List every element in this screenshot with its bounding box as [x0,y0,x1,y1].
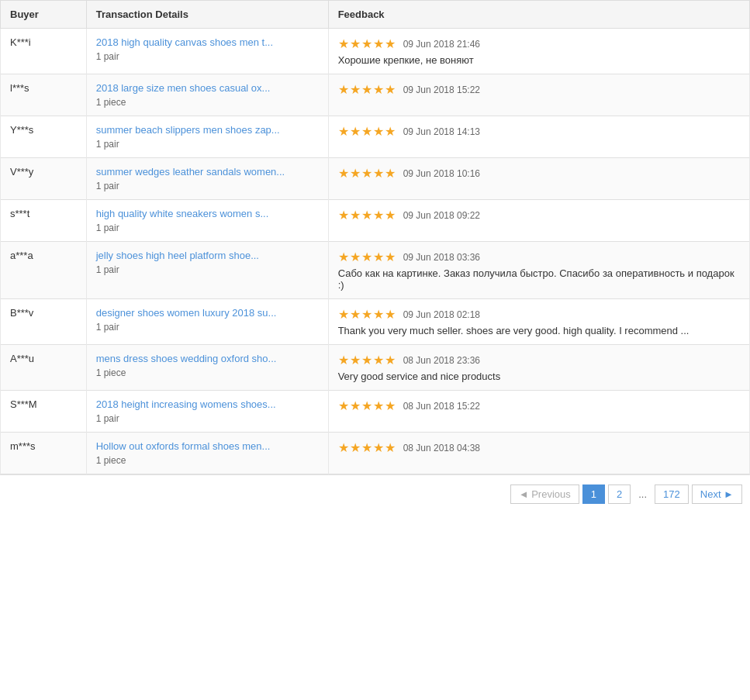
header-feedback: Feedback [328,1,749,29]
feedback-cell: ★★★★★09 Jun 2018 15:22 [328,74,749,116]
star-icon: ★ [361,36,372,51]
star-icon: ★ [373,82,384,97]
reviews-table-container: Buyer Transaction Details Feedback K***i… [0,0,750,513]
buyer-cell: l***s [1,74,87,116]
feedback-text: Сабо как на картинке. Заказ получила быс… [338,267,740,291]
table-row: m***sHollow out oxfords formal shoes men… [1,433,750,474]
table-row: A***umens dress shoes wedding oxford sho… [1,345,750,391]
quantity-label: 1 piece [96,97,319,108]
star-icon: ★ [338,166,349,181]
quantity-label: 1 pair [96,139,319,150]
buyer-cell: m***s [1,433,87,474]
star-icon: ★ [373,124,384,139]
feedback-cell: ★★★★★09 Jun 2018 02:18Thank you very muc… [328,299,749,345]
star-icon: ★ [350,398,361,413]
buyer-cell: A***u [1,345,87,391]
feedback-date: 09 Jun 2018 03:36 [403,252,480,263]
star-icon: ★ [361,208,372,222]
feedback-line: ★★★★★09 Jun 2018 03:36 [338,250,740,264]
star-icon: ★ [361,398,372,413]
feedback-cell: ★★★★★08 Jun 2018 04:38 [328,433,749,474]
table-row: l***s2018 large size men shoes casual ox… [1,74,750,116]
transaction-cell: jelly shoes high heel platform shoe...1 … [86,242,328,299]
feedback-date: 08 Jun 2018 15:22 [403,401,480,412]
feedback-date: 08 Jun 2018 23:36 [403,355,480,366]
transaction-link[interactable]: mens dress shoes wedding oxford sho... [96,353,277,364]
transaction-cell: high quality white sneakers women s...1 … [86,200,328,242]
reviews-table: Buyer Transaction Details Feedback K***i… [0,0,750,474]
quantity-label: 1 pair [96,181,319,191]
transaction-link[interactable]: 2018 high quality canvas shoes men t... [96,36,273,48]
star-icon: ★ [385,250,396,264]
transaction-cell: summer beach slippers men shoes zap...1 … [86,116,328,158]
star-icon: ★ [373,166,384,181]
star-icon: ★ [385,440,396,455]
feedback-line: ★★★★★09 Jun 2018 21:46 [338,36,740,51]
star-icon: ★ [361,440,372,455]
star-icon: ★ [385,36,396,51]
buyer-cell: Y***s [1,116,87,158]
star-rating: ★★★★★ [338,440,396,455]
star-icon: ★ [338,82,349,97]
transaction-link[interactable]: 2018 large size men shoes casual ox... [96,82,271,94]
star-rating: ★★★★★ [338,208,396,222]
previous-button[interactable]: ◄ Previous [510,484,579,504]
star-rating: ★★★★★ [338,353,396,367]
star-icon: ★ [373,208,384,222]
buyer-cell: S***M [1,391,87,433]
feedback-line: ★★★★★09 Jun 2018 10:16 [338,166,740,181]
feedback-line: ★★★★★09 Jun 2018 09:22 [338,208,740,222]
transaction-link[interactable]: summer beach slippers men shoes zap... [96,124,280,136]
star-icon: ★ [350,250,361,264]
transaction-link[interactable]: Hollow out oxfords formal shoes men... [96,440,271,452]
feedback-date: 09 Jun 2018 15:22 [403,84,480,95]
feedback-line: ★★★★★09 Jun 2018 15:22 [338,82,740,97]
feedback-line: ★★★★★08 Jun 2018 15:22 [338,398,740,413]
feedback-text: Хорошие крепкие, не воняют [338,54,740,66]
star-icon: ★ [338,208,349,222]
feedback-date: 09 Jun 2018 02:18 [403,309,480,320]
quantity-label: 1 pair [96,51,319,62]
star-icon: ★ [361,250,372,264]
feedback-date: 09 Jun 2018 10:16 [403,168,480,179]
star-rating: ★★★★★ [338,82,396,97]
transaction-cell: 2018 large size men shoes casual ox...1 … [86,74,328,116]
star-icon: ★ [361,353,372,367]
star-icon: ★ [350,307,361,322]
quantity-label: 1 piece [96,367,319,378]
page-2-button[interactable]: 2 [608,484,631,504]
star-rating: ★★★★★ [338,307,396,322]
star-icon: ★ [373,353,384,367]
transaction-link[interactable]: 2018 height increasing womens shoes... [96,398,276,410]
next-button[interactable]: Next ► [692,484,742,504]
transaction-link[interactable]: designer shoes women luxury 2018 su... [96,307,277,319]
transaction-link[interactable]: summer wedges leather sandals women... [96,166,285,178]
page-1-button[interactable]: 1 [582,484,605,504]
feedback-cell: ★★★★★09 Jun 2018 21:46Хорошие крепкие, н… [328,29,749,74]
transaction-cell: Hollow out oxfords formal shoes men...1 … [86,433,328,474]
feedback-date: 09 Jun 2018 21:46 [403,39,480,50]
star-icon: ★ [385,307,396,322]
star-rating: ★★★★★ [338,124,396,139]
transaction-cell: summer wedges leather sandals women...1 … [86,158,328,200]
star-icon: ★ [350,124,361,139]
feedback-date: 09 Jun 2018 14:13 [403,126,480,137]
star-icon: ★ [350,36,361,51]
star-icon: ★ [385,353,396,367]
star-icon: ★ [385,208,396,222]
page-last-button[interactable]: 172 [655,484,689,504]
feedback-cell: ★★★★★09 Jun 2018 14:13 [328,116,749,158]
table-row: a***ajelly shoes high heel platform shoe… [1,242,750,299]
feedback-cell: ★★★★★08 Jun 2018 15:22 [328,391,749,433]
star-icon: ★ [338,250,349,264]
transaction-link[interactable]: jelly shoes high heel platform shoe... [96,250,259,261]
feedback-text: Very good service and nice products [338,371,740,382]
table-row: B***vdesigner shoes women luxury 2018 su… [1,299,750,345]
table-row: Y***ssummer beach slippers men shoes zap… [1,116,750,158]
star-icon: ★ [350,353,361,367]
feedback-cell: ★★★★★08 Jun 2018 23:36Very good service … [328,345,749,391]
transaction-link[interactable]: high quality white sneakers women s... [96,208,269,219]
quantity-label: 1 pair [96,413,319,424]
star-icon: ★ [338,307,349,322]
quantity-label: 1 pair [96,264,319,275]
